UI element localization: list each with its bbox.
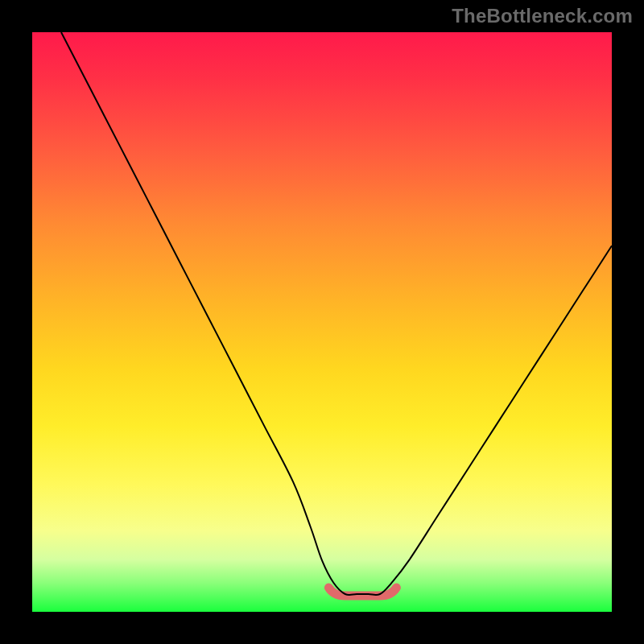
plot-area (32, 32, 612, 612)
chart-frame: TheBottleneck.com (0, 0, 644, 644)
curve-svg (32, 32, 612, 612)
watermark-text: TheBottleneck.com (452, 5, 633, 27)
bottleneck-curve (61, 32, 612, 595)
